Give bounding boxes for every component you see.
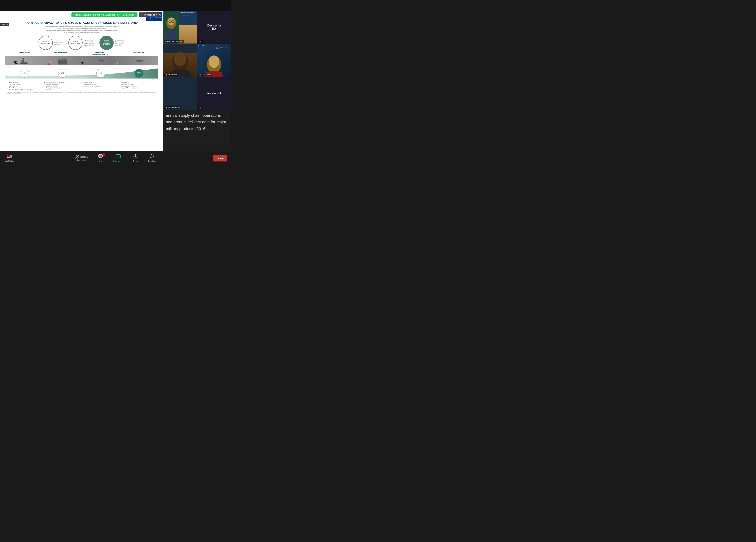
tile-name-atfal: 🔇 Atfal Murodif — [164, 74, 178, 76]
chain-operations: OUR OPERATIONS — [54, 52, 67, 55]
video-grid: ⊕ BPPT Making Indonesia 4.0 through th..… — [163, 11, 231, 77]
list-item: Hazardous Materials and Chemical Managem… — [9, 89, 44, 91]
main-area: BPPT SOLID SMART SPEED IMPACT PORTFOLIO … — [0, 11, 231, 154]
muted-icon-zaenal: 🔇 — [165, 107, 167, 108]
bottom-toolbar: Start Video 276 ▲ Participants — [0, 151, 231, 165]
tile-name-only-frances: frances roi — [207, 92, 221, 95]
svg-point-41 — [76, 155, 78, 157]
start-video-label: Start Video — [5, 160, 14, 162]
svg-text:y and Assessment (LCI/A: y and Assessment (LCI/A — [182, 15, 190, 16]
svg-rect-14 — [65, 59, 67, 60]
chat-badge-count: 3 — [103, 153, 105, 156]
svg-point-42 — [78, 155, 79, 157]
top-bar — [0, 0, 231, 11]
svg-text:Implementation of National Lif: Implementation of National Life Cycl — [182, 13, 193, 14]
chat-text-panel: annual supply chain, operations and prod… — [163, 110, 231, 154]
circle-2: ACHIEVE$4 BILLION — [68, 36, 83, 50]
svg-rect-6 — [21, 60, 24, 62]
chevron-up-icon: ▲ — [87, 156, 88, 158]
list-item: Ethical Governance and Leadership — [46, 81, 82, 83]
list-item: Energy and Carbon Management — [83, 85, 119, 87]
muted-icon-frances: 🔇 — [199, 107, 201, 108]
share-screen-icon — [116, 154, 121, 159]
svg-rect-31 — [163, 44, 197, 53]
svg-rect-43 — [99, 154, 102, 157]
circle-item-1: GENERATE$1 BILLION of life-cyclecosts re… — [39, 36, 63, 50]
record-button[interactable]: Record — [130, 153, 141, 163]
list-item: Total Cost of Ownership — [121, 83, 156, 85]
svg-rect-11 — [59, 58, 60, 60]
share-screen-label: Share Screen — [113, 160, 123, 162]
svg-rect-13 — [63, 58, 65, 60]
svg-point-52 — [135, 155, 136, 157]
pct-circle-4: 69% — [135, 69, 143, 78]
record-icon — [133, 154, 138, 159]
slide-content: PORTFOLIO IMPACT BY LIFE-CYCLE STAGE: GR… — [0, 11, 163, 154]
circle-2-text: in product saleswith measurablebenefits … — [84, 39, 94, 46]
bullet-lists: Supplier Conduct Total Cost of Ownership… — [5, 81, 158, 91]
svg-rect-8 — [22, 58, 24, 59]
chain-supply: SUPPLY CHAIN — [19, 52, 30, 55]
circle-3-text: by at least twicethe carbon impactof our… — [115, 39, 125, 46]
chain-customer: CUSTOMER USE — [133, 52, 144, 55]
list-item: Total Cost of Ownership — [46, 83, 82, 85]
svg-rect-9 — [20, 63, 28, 64]
tile-name-acep: 🔇 Acep Purqon — [198, 74, 212, 76]
tile-name-zaenal: 🔇 Zaenal Muttaqien — [164, 106, 181, 109]
view-options-button[interactable]: View Options ▾ — [139, 12, 159, 17]
pct-circle-2: 4% — [58, 69, 67, 78]
zero-line: 0% — [5, 66, 158, 67]
viewing-banner-text: You are viewing Nugroho Adi Sasongko (BP… — [71, 12, 137, 17]
chain-distribution: DISTRIBUTIONAND TRANSPORTATION — [92, 52, 108, 55]
svg-rect-48 — [117, 158, 119, 158]
video-grid-bottom: 🔇 Zaenal Muttaqien frances roi 🔇 — [163, 77, 231, 110]
start-video-button[interactable]: Start Video — [4, 154, 15, 163]
video-tile-nugroho: ⊕ BPPT Making Indonesia 4.0 through th..… — [163, 11, 197, 43]
tile-name-nugroho: Nugroho Adi Sasongko... — [164, 40, 184, 43]
pct-circle-1: 27% — [20, 69, 29, 78]
impact-tag: IMPACT — [0, 23, 9, 26]
bullet-col-operations: Ethical Governance and Leadership Total … — [44, 81, 82, 91]
slide-subtitle: Three of our new Sustainability Manageme… — [5, 26, 158, 34]
presentation-area: BPPT SOLID SMART SPEED IMPACT PORTFOLIO … — [0, 11, 163, 154]
circles-row: GENERATE$1 BILLION of life-cyclecosts re… — [5, 36, 158, 50]
tile-name-text: Nugroho Adi Sasongko... — [165, 41, 183, 42]
reactions-button[interactable]: Reactions — [146, 153, 157, 163]
circle-item-2: ACHIEVE$4 BILLION in product saleswith m… — [68, 36, 94, 50]
list-item: Remediation — [46, 89, 82, 91]
chat-label: Chat — [99, 160, 102, 162]
svg-point-53 — [150, 154, 153, 158]
tile-label-desisonia: 🔇 — [198, 40, 203, 43]
chat-button[interactable]: 3 Chat — [95, 154, 106, 163]
circle-item-3: REDUCEENERGYCUSTOMERS'EMISSIONS by at le… — [99, 36, 125, 50]
share-screen-button[interactable]: Share Screen — [111, 154, 125, 163]
participants-count-display: 276 ▲ — [75, 155, 88, 159]
participants-button[interactable]: 276 ▲ Participants — [74, 154, 90, 162]
list-item: Responsible Sales — [121, 81, 156, 83]
video-tile-acep: B BPPT Making Indonesia 4.0 through the … — [197, 44, 231, 77]
video-panel: ⊕ BPPT Making Indonesia 4.0 through th..… — [163, 11, 231, 154]
reactions-icon — [149, 154, 154, 159]
leave-button[interactable]: Leave — [213, 155, 227, 161]
chart-area: 27% 4% 1% 69% — [5, 68, 158, 78]
list-item: Product Eco-Innovation — [9, 87, 44, 89]
list-item: Global Infrastructure Needs — [121, 85, 156, 87]
reactions-label: Reactions — [148, 160, 155, 162]
tile-name-frances: 🔇 — [198, 106, 202, 109]
circle-1-text: of life-cyclecosts reductionsfrom produc… — [54, 40, 63, 45]
footnote: ¹ Based on a 2016 cradle-to-grave stream… — [5, 92, 158, 94]
screen-share-banner: You are viewing Nugroho Adi Sasongko (BP… — [71, 12, 159, 17]
circle-1: GENERATE$1 BILLION — [39, 36, 53, 50]
participants-label: Participants — [77, 159, 86, 161]
svg-point-37 — [209, 55, 219, 68]
pct-circle-3: 1% — [96, 69, 105, 78]
svg-rect-12 — [61, 59, 62, 60]
muted-icon-atfal: 🔇 — [165, 74, 167, 76]
svg-text:Making Indonesia 4.0 through t: Making Indonesia 4.0 through th... — [182, 12, 196, 13]
toolbar-right: Leave — [213, 155, 227, 161]
svg-marker-50 — [117, 155, 119, 157]
svg-rect-18 — [139, 59, 139, 60]
muted-icon-acep: 🔇 — [199, 74, 201, 76]
video-tile-zaenal: 🔇 Zaenal Muttaqien — [163, 77, 197, 110]
list-item: Total Cost of Ownership — [83, 83, 119, 85]
